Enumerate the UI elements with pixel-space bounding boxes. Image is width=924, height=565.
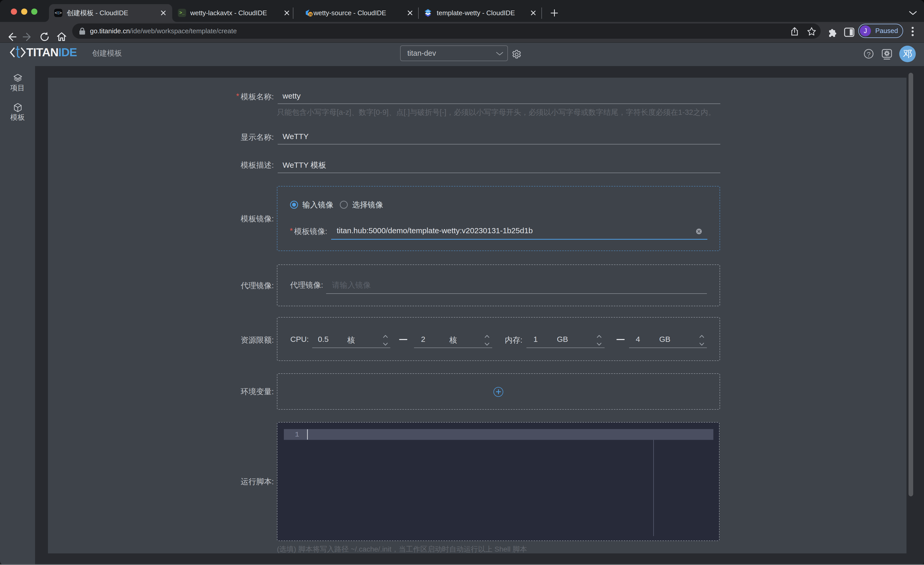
svg-text:</>: </> [426,10,429,13]
svg-text:JS: JS [309,13,312,16]
